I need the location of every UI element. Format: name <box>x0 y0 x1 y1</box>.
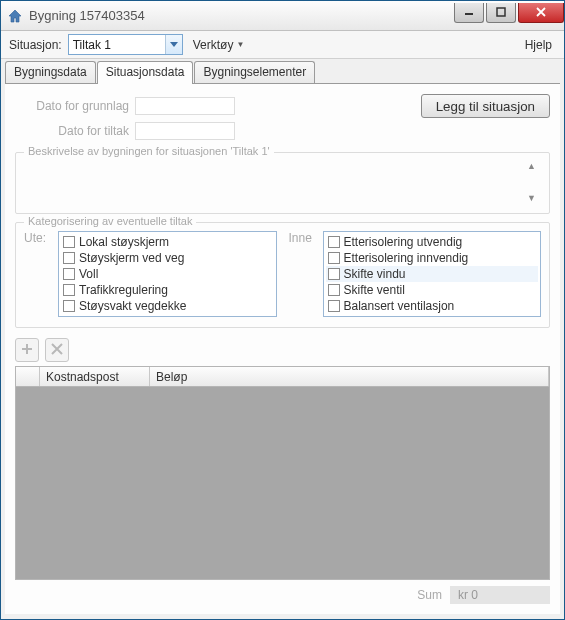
list-item: Skifte ventil <box>326 282 539 298</box>
inne-listbox[interactable]: Etterisolering utvendig Etterisolering i… <box>323 231 542 317</box>
kategorisering-legend: Kategorisering av eventuelle tiltak <box>24 215 196 227</box>
list-item: Skifte vindu <box>326 266 539 282</box>
checkbox[interactable] <box>328 236 340 248</box>
delete-row-button[interactable] <box>45 338 69 362</box>
ute-label: Ute: <box>24 231 52 317</box>
kostnads-grid[interactable]: Kostnadspost Beløp <box>15 366 550 580</box>
list-item: Balansert ventilasjon <box>326 298 539 314</box>
add-row-button[interactable] <box>15 338 39 362</box>
checkbox[interactable] <box>328 252 340 264</box>
close-button[interactable] <box>518 3 564 23</box>
col-kostnadspost[interactable]: Kostnadspost <box>40 367 150 386</box>
grid-rowheader[interactable] <box>16 367 40 386</box>
list-item: Etterisolering innvendig <box>326 250 539 266</box>
dato-tiltak-field[interactable] <box>135 122 235 140</box>
ute-listbox[interactable]: Lokal støyskjerm Støyskjerm ved veg Voll… <box>58 231 277 317</box>
checkbox[interactable] <box>328 268 340 280</box>
tab-panel: Dato for grunnlag Legg til situasjon Dat… <box>5 83 560 614</box>
checkbox[interactable] <box>63 300 75 312</box>
help-link[interactable]: Hjelp <box>521 36 556 54</box>
maximize-button[interactable] <box>486 3 516 23</box>
beskrivelse-textarea[interactable]: ▲ ▼ <box>24 161 541 203</box>
home-icon <box>7 8 23 24</box>
sum-label: Sum <box>417 588 442 602</box>
grid-header: Kostnadspost Beløp <box>16 367 549 387</box>
scroll-down-icon[interactable]: ▼ <box>527 193 541 203</box>
tab-bygningselementer[interactable]: Bygningselementer <box>194 61 315 84</box>
checkbox[interactable] <box>63 236 75 248</box>
inne-label: Inne <box>289 231 317 317</box>
checkbox[interactable] <box>63 252 75 264</box>
beskrivelse-legend: Beskrivelse av bygningen for situasjonen… <box>24 145 274 157</box>
dato-grunnlag-field[interactable] <box>135 97 235 115</box>
situasjon-input[interactable] <box>69 36 165 54</box>
close-icon <box>51 343 63 358</box>
app-window: Bygning 157403354 Situasjon: Verktøy ▼ H… <box>0 0 565 620</box>
sum-value: kr 0 <box>450 586 550 604</box>
dato-tiltak-label: Dato for tiltak <box>15 124 135 138</box>
beskrivelse-group: Beskrivelse av bygningen for situasjonen… <box>15 152 550 214</box>
situasjon-label: Situasjon: <box>9 38 62 52</box>
kategorisering-group: Kategorisering av eventuelle tiltak Ute:… <box>15 222 550 328</box>
legg-til-situasjon-button[interactable]: Legg til situasjon <box>421 94 550 118</box>
list-item: Voll <box>61 266 274 282</box>
scroll-up-icon[interactable]: ▲ <box>527 161 541 171</box>
svg-rect-0 <box>465 13 473 15</box>
window-title: Bygning 157403354 <box>29 8 452 23</box>
checkbox[interactable] <box>63 284 75 296</box>
col-belop[interactable]: Beløp <box>150 367 549 386</box>
svg-rect-1 <box>497 8 505 16</box>
checkbox[interactable] <box>328 300 340 312</box>
chevron-down-icon: ▼ <box>236 40 244 49</box>
list-item: Trafikkregulering <box>61 282 274 298</box>
window-controls <box>452 3 564 25</box>
list-item: Etterisolering utvendig <box>326 234 539 250</box>
grid-body <box>16 387 549 579</box>
checkbox[interactable] <box>63 268 75 280</box>
situasjon-combobox[interactable] <box>68 34 183 55</box>
chevron-down-icon[interactable] <box>165 35 182 54</box>
grid-actions <box>15 338 550 362</box>
verktoy-menu[interactable]: Verktøy ▼ <box>189 36 249 54</box>
tabstrip: Bygningsdata Situasjonsdata Bygningselem… <box>1 59 564 84</box>
toolbar: Situasjon: Verktøy ▼ Hjelp <box>1 31 564 59</box>
tab-situasjonsdata[interactable]: Situasjonsdata <box>97 61 194 84</box>
plus-icon <box>21 343 33 358</box>
list-item: Støysvakt vegdekke <box>61 298 274 314</box>
checkbox[interactable] <box>328 284 340 296</box>
sum-bar: Sum kr 0 <box>15 586 550 604</box>
list-item: Støyskjerm ved veg <box>61 250 274 266</box>
dato-grunnlag-label: Dato for grunnlag <box>15 99 135 113</box>
list-item: Lokal støyskjerm <box>61 234 274 250</box>
tab-bygningsdata[interactable]: Bygningsdata <box>5 61 96 84</box>
titlebar: Bygning 157403354 <box>1 1 564 31</box>
minimize-button[interactable] <box>454 3 484 23</box>
